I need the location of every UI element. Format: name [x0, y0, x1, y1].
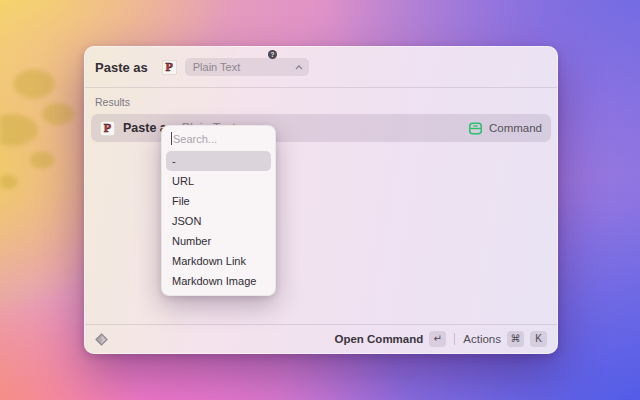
- result-row-paste-as[interactable]: P Paste as Plain Text Command: [91, 114, 551, 142]
- paste-as-row-icon: P: [100, 121, 115, 136]
- footer-divider: [454, 333, 455, 345]
- text-caret: [171, 132, 172, 145]
- dropdown-item-url[interactable]: URL: [162, 171, 275, 191]
- open-command-label: Open Command: [334, 333, 423, 345]
- dropdown-search[interactable]: [162, 126, 275, 151]
- dropdown-search-input[interactable]: [162, 126, 275, 151]
- raycast-command-window: Paste as P Plain Text ? Results P Paste …: [84, 46, 558, 354]
- open-command-button[interactable]: Open Command ↵: [334, 331, 446, 347]
- return-key-badge: ↵: [429, 331, 446, 347]
- results-section-label: Results: [95, 96, 551, 108]
- dropdown-item-markdown-link[interactable]: Markdown Link: [162, 251, 275, 271]
- dropdown-item-json[interactable]: JSON: [162, 211, 275, 231]
- dropdown-item-file[interactable]: File: [162, 191, 275, 211]
- p-logo-glyph: P: [166, 61, 173, 73]
- help-info-badge[interactable]: ?: [268, 50, 277, 59]
- dropdown-item-dash[interactable]: -: [166, 151, 271, 171]
- raycast-diamond-icon: [95, 333, 108, 346]
- k-key-badge: K: [530, 331, 547, 347]
- window-header: Paste as P Plain Text ?: [85, 47, 557, 88]
- actions-label: Actions: [463, 333, 501, 345]
- command-title: Paste as: [95, 60, 148, 75]
- result-accessory-label: Command: [489, 122, 542, 134]
- cmd-key-badge: ⌘: [507, 331, 524, 347]
- results-panel: Results P Paste as Plain Text Command: [85, 88, 557, 324]
- actions-button[interactable]: Actions ⌘ K: [463, 331, 547, 347]
- paste-as-app-icon: P: [162, 60, 177, 75]
- format-dropdown[interactable]: Plain Text: [185, 58, 309, 76]
- window-footer: Open Command ↵ Actions ⌘ K: [85, 324, 557, 353]
- dropdown-item-markdown-image[interactable]: Markdown Image: [162, 271, 275, 291]
- result-accessory: Command: [468, 121, 542, 136]
- dropdown-item-number[interactable]: Number: [162, 231, 275, 251]
- format-dropdown-panel: - URL File JSON Number Markdown Link Mar…: [161, 125, 276, 296]
- command-terminal-icon: [468, 121, 483, 136]
- format-dropdown-value: Plain Text: [193, 61, 295, 73]
- chevron-up-icon: [295, 65, 303, 70]
